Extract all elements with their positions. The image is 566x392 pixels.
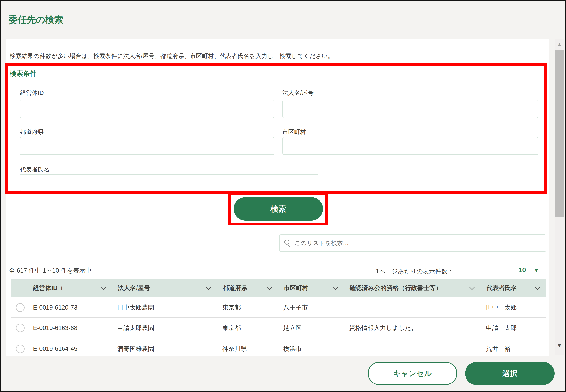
select-button[interactable]: 選択 <box>465 362 554 385</box>
field-label-representative: 代表者氏名 <box>20 166 50 174</box>
modal-dialog: 委任先の検索 検索結果の件数が多い場合は、検索条件に法人名/屋号、都道府県、市区… <box>0 0 566 392</box>
column-header-keieitai-id[interactable]: 経営体ID ↑ <box>11 279 112 297</box>
field-label-city: 市区町村 <box>282 128 306 136</box>
row-radio-button[interactable] <box>16 303 25 312</box>
row-radio-cell <box>11 345 33 353</box>
search-icon <box>284 239 289 245</box>
list-search-field <box>279 234 546 252</box>
cell-keieitai-id: E-0019-6163-68 <box>33 324 112 332</box>
chevron-down-icon[interactable] <box>267 285 272 290</box>
cell-city: 八王子市 <box>278 303 344 312</box>
scrollbar-up-arrow-icon[interactable]: ▲ <box>556 41 563 48</box>
table-row[interactable]: E-0019-6163-68 申請太郎農園 東京都 足立区 資格情報入力しました… <box>11 318 546 338</box>
search-conditions-title: 検索条件 <box>10 69 37 78</box>
cell-corp-name: 申請太郎農園 <box>112 324 217 332</box>
cell-corp-name: 酒寄国雄農園 <box>112 345 217 353</box>
page-title: 委任先の検索 <box>9 14 63 26</box>
cell-qualification: 資格情報入力しました。 <box>344 324 481 332</box>
column-header-qualification[interactable]: 確認済み公的資格（行政書士等） <box>344 279 481 297</box>
column-header-label: 市区町村 <box>284 284 308 292</box>
cell-representative: 田中 太郎 <box>481 303 546 312</box>
scrollbar-thumb[interactable] <box>555 50 564 217</box>
field-label-corp-name: 法人名/屋号 <box>282 89 313 97</box>
cell-city: 足立区 <box>278 324 344 332</box>
cell-prefecture: 東京都 <box>217 303 278 312</box>
cancel-button[interactable]: キャンセル <box>368 362 457 385</box>
row-radio-cell <box>11 323 33 332</box>
per-page-label: 1ページあたりの表示件数： <box>376 267 454 276</box>
city-input[interactable] <box>282 137 538 155</box>
column-header-representative[interactable]: 代表者氏名 <box>481 279 546 297</box>
cell-city: 横浜市 <box>278 345 344 353</box>
table-row[interactable]: E-0019-6164-45 酒寄国雄農園 神奈川県 横浜市 荒井 裕 <box>11 339 546 356</box>
chevron-down-icon[interactable] <box>535 285 540 290</box>
row-radio-cell <box>11 303 33 312</box>
table-row[interactable]: E-0019-6120-73 田中太郎農園 東京都 八王子市 田中 太郎 <box>11 298 546 318</box>
cell-keieitai-id: E-0019-6164-45 <box>33 345 112 352</box>
row-radio-button[interactable] <box>16 323 25 332</box>
chevron-down-icon[interactable] <box>101 285 106 290</box>
row-radio-button[interactable] <box>16 345 25 353</box>
corp-name-input[interactable] <box>282 100 538 118</box>
cell-prefecture: 東京都 <box>217 324 278 332</box>
scrollbar-down-arrow-icon[interactable]: ▼ <box>556 342 563 349</box>
cell-representative: 荒井 裕 <box>481 345 546 353</box>
representative-input[interactable] <box>20 174 318 191</box>
section-divider <box>13 227 544 227</box>
cell-keieitai-id: E-0019-6120-73 <box>33 304 112 311</box>
column-header-label: 都道府県 <box>223 284 247 292</box>
chevron-down-icon[interactable] <box>333 285 338 290</box>
cell-corp-name: 田中太郎農園 <box>112 303 217 312</box>
instruction-text: 検索結果の件数が多い場合は、検索条件に法人名/屋号、都道府県、市区町村、代表者氏… <box>10 52 334 60</box>
cell-prefecture: 神奈川県 <box>217 345 278 353</box>
chevron-down-icon[interactable] <box>206 285 211 290</box>
column-header-city[interactable]: 市区町村 <box>278 279 344 297</box>
column-header-corp-name[interactable]: 法人名/屋号 <box>112 279 217 297</box>
column-header-prefecture[interactable]: 都道府県 <box>217 279 278 297</box>
chevron-down-icon[interactable] <box>469 285 474 290</box>
keieitai-id-input[interactable] <box>20 100 274 118</box>
modal-content-panel: 検索結果の件数が多い場合は、検索条件に法人名/屋号、都道府県、市区町村、代表者氏… <box>6 39 549 356</box>
list-search-input[interactable] <box>279 234 546 252</box>
per-page-select[interactable]: 10 <box>519 266 526 274</box>
column-header-label: 代表者氏名 <box>486 284 517 292</box>
column-header-label: 確認済み公的資格（行政書士等） <box>350 284 442 292</box>
column-header-label: 法人名/屋号 <box>118 284 150 292</box>
table-header-row: 経営体ID ↑ 法人名/屋号 都道府県 市区町村 確認済み公的資格（行政書士等） <box>11 279 546 297</box>
field-label-keieitai-id: 経営体ID <box>20 89 44 97</box>
column-header-label: 経営体ID <box>33 284 57 292</box>
search-button[interactable]: 検索 <box>234 197 323 221</box>
cell-representative: 申請 太郎 <box>481 324 546 332</box>
caret-down-icon[interactable]: ▼ <box>534 267 539 274</box>
sort-ascending-icon: ↑ <box>60 284 63 292</box>
result-count-text: 全 617 件中 1～10 件を表示中 <box>9 266 92 275</box>
field-label-prefecture: 都道府県 <box>20 128 44 136</box>
prefecture-input[interactable] <box>20 137 274 155</box>
